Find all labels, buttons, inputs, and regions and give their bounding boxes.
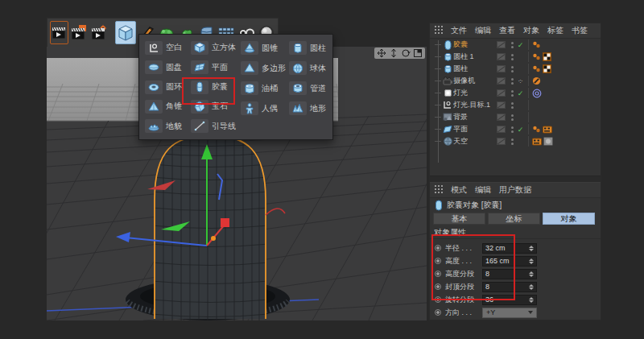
oil-tank-icon <box>241 81 258 95</box>
om-menu-file[interactable]: 文件 <box>451 25 467 36</box>
toggle-panel-icon[interactable] <box>413 48 423 58</box>
menu-item-sphere[interactable]: 球体 <box>285 58 331 78</box>
capsule-object-icon <box>442 40 453 50</box>
enable-check-icon[interactable]: ✓ <box>516 41 525 49</box>
menu-item-figure[interactable]: 人偶 <box>237 98 285 118</box>
render-to-picture-viewer-icon[interactable] <box>70 21 89 44</box>
panel-grid-icon[interactable] <box>435 185 443 195</box>
layer-chip[interactable] <box>497 138 506 145</box>
texture-tag-icon[interactable] <box>543 52 551 61</box>
compositing-tag-icon[interactable] <box>543 126 552 134</box>
layer-chip[interactable] <box>497 77 506 85</box>
om-menu-bookmarks[interactable]: 书签 <box>572 25 588 36</box>
stepper-arrows-icon[interactable] <box>529 271 534 277</box>
rotate-band-red[interactable] <box>266 209 285 215</box>
menu-item-plane[interactable]: 平面 <box>187 57 237 76</box>
menu-item-landscape[interactable]: 地形 <box>285 98 331 118</box>
texture-tag-icon[interactable] <box>543 64 551 73</box>
stepper-arrows-icon[interactable] <box>529 246 534 251</box>
crosshair-icon[interactable]: ⁘ <box>516 77 525 85</box>
menu-item-tube[interactable]: 管道 <box>285 78 331 98</box>
texture-gray-tag-icon[interactable] <box>543 137 553 146</box>
visibility-dots[interactable] <box>508 114 516 121</box>
layer-chip[interactable] <box>497 89 506 97</box>
menu-item-cylinder[interactable]: 圆柱 <box>285 38 331 58</box>
protection-tag-icon[interactable] <box>532 76 541 85</box>
layer-chip[interactable] <box>497 41 506 48</box>
menu-item-oil-tank[interactable]: 油桶 <box>237 78 285 98</box>
tab-basic[interactable]: 基本 <box>433 213 485 225</box>
pan-view-icon[interactable] <box>377 48 386 58</box>
capsule-object[interactable] <box>151 131 269 320</box>
plane-icon <box>191 60 208 74</box>
om-menu-tags[interactable]: 标签 <box>547 25 564 36</box>
tab-object[interactable]: 对象 <box>543 213 595 225</box>
layer-chip[interactable] <box>497 114 506 121</box>
object-row-background[interactable]: 背景 <box>430 111 601 123</box>
object-row-cylinder-1[interactable]: 圆柱 1 <box>430 51 601 63</box>
menu-item-null[interactable]: 空白 <box>141 38 187 57</box>
cone-icon <box>241 41 258 55</box>
menu-item-relief[interactable]: 地貌 <box>141 117 187 136</box>
menu-item-pyramid[interactable]: 角锥 <box>141 97 187 116</box>
visibility-dots[interactable] <box>508 78 516 85</box>
object-row-light[interactable]: 灯光 ✓ <box>430 87 601 99</box>
enable-check-icon[interactable]: ✓ <box>516 89 525 97</box>
enable-check-icon[interactable]: ✓ <box>516 126 525 134</box>
visibility-dots[interactable] <box>508 102 516 109</box>
null-object-icon <box>145 41 163 55</box>
am-menu-edit[interactable]: 编辑 <box>475 184 491 196</box>
layer-chip[interactable] <box>497 65 506 72</box>
target-tag-icon[interactable] <box>532 89 542 98</box>
dolly-view-icon[interactable] <box>389 48 398 58</box>
phong-tag-icon[interactable] <box>532 64 541 73</box>
om-menu-objects[interactable]: 对象 <box>523 25 539 36</box>
orientation-dropdown[interactable]: +Y <box>482 308 537 318</box>
object-row-plane[interactable]: 平面 ✓ <box>430 123 601 135</box>
am-menu-user-data[interactable]: 用户数据 <box>499 184 531 196</box>
menu-item-cube[interactable]: 立方体 <box>187 38 237 57</box>
visibility-dots[interactable] <box>508 90 516 97</box>
object-row-sky[interactable]: 天空 <box>430 135 601 147</box>
layer-chip[interactable] <box>497 53 506 60</box>
menu-item-guide[interactable]: 引导线 <box>187 117 237 136</box>
stepper-arrows-icon[interactable] <box>529 297 534 303</box>
layer-chip[interactable] <box>497 101 506 109</box>
compositing-tag-icon[interactable] <box>532 138 542 146</box>
am-menu-mode[interactable]: 模式 <box>451 184 467 196</box>
rotate-view-icon[interactable] <box>401 48 411 58</box>
gizmo-origin-dot[interactable] <box>211 236 216 241</box>
stepper-arrows-icon[interactable] <box>529 284 534 290</box>
visibility-dots[interactable] <box>508 42 516 48</box>
edit-render-settings-icon[interactable] <box>90 21 109 44</box>
phong-tag-icon[interactable] <box>532 125 541 134</box>
layer-chip[interactable] <box>497 126 506 133</box>
phong-tag-icon[interactable] <box>532 40 541 49</box>
highlight-box-capsule-attributes <box>431 234 515 300</box>
visibility-dots[interactable] <box>508 126 516 133</box>
om-menu-view[interactable]: 查看 <box>499 25 515 36</box>
menu-item-torus[interactable]: 圆环 <box>141 77 187 97</box>
phong-tag-icon[interactable] <box>532 52 541 61</box>
render-view-icon[interactable] <box>50 21 68 44</box>
panel-grid-icon[interactable] <box>435 26 443 35</box>
stepper-arrows-icon[interactable] <box>529 258 534 264</box>
object-row-light-target[interactable]: 灯光.目标.1 <box>430 99 601 111</box>
menu-item-polygon[interactable]: 多边形 <box>237 58 285 78</box>
highlight-box-capsule-menu-item <box>182 77 235 105</box>
tab-coordinates[interactable]: 坐标 <box>488 213 540 225</box>
keyframe-circle-icon[interactable] <box>435 309 441 316</box>
visibility-dots[interactable] <box>508 54 516 60</box>
menu-item-disc[interactable]: 圆盘 <box>141 57 187 76</box>
panel-separator[interactable] <box>430 176 601 183</box>
visibility-dots[interactable] <box>508 138 516 145</box>
object-row-cylinder[interactable]: 圆柱 <box>430 63 601 75</box>
scale-handle[interactable] <box>221 218 229 227</box>
object-row-camera[interactable]: 摄像机 ⁘ <box>430 75 601 87</box>
menu-item-cone[interactable]: 圆锥 <box>237 38 285 58</box>
object-row-capsule[interactable]: 胶囊 ✓ <box>430 39 601 51</box>
tag-list <box>528 124 601 134</box>
om-menu-edit[interactable]: 编辑 <box>475 25 491 36</box>
visibility-dots[interactable] <box>508 66 516 72</box>
add-primitive-cube-button[interactable] <box>115 21 136 44</box>
